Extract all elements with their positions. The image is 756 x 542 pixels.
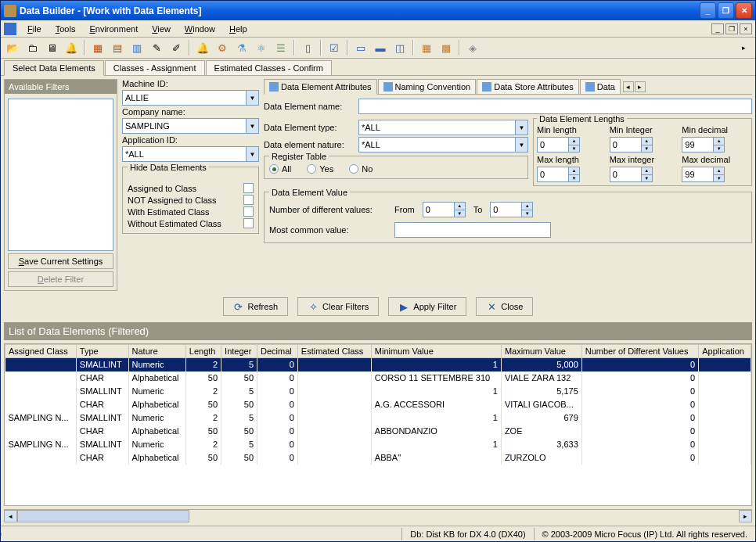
column-header[interactable]: Assigned Class: [5, 345, 77, 358]
column-header[interactable]: Application: [699, 345, 751, 358]
toolbar-chevron-icon[interactable]: ▸: [735, 39, 752, 56]
menu-file[interactable]: File: [21, 23, 48, 35]
column-header[interactable]: Decimal: [257, 345, 298, 358]
company-combo[interactable]: ▼: [122, 118, 259, 134]
tool-open-icon[interactable]: 📂: [4, 39, 21, 56]
table-row[interactable]: CHARAlphabetical50500ABBONDANZIOZOE0: [5, 425, 751, 438]
from-input[interactable]: ▲▼: [423, 202, 466, 217]
radio-all[interactable]: [269, 164, 279, 174]
column-header[interactable]: Maximum Value: [501, 345, 581, 358]
tool-bell2-icon[interactable]: 🔔: [194, 39, 211, 56]
close-button[interactable]: ✕: [736, 2, 752, 19]
scroll-thumb[interactable]: [17, 510, 189, 522]
minimize-button[interactable]: _: [700, 2, 716, 19]
table-row[interactable]: CHARAlphabetical50500CORSO 11 SETTEMBRE …: [5, 372, 751, 385]
menu-view[interactable]: View: [146, 23, 177, 35]
refresh-button[interactable]: ⟳Refresh: [223, 297, 289, 316]
chevron-down-icon[interactable]: ▼: [246, 91, 258, 105]
tool-flow3-icon[interactable]: ⚛: [253, 39, 270, 56]
tool-edit-icon[interactable]: ✎: [148, 39, 165, 56]
menu-tools[interactable]: Tools: [49, 23, 82, 35]
tool-check-icon[interactable]: ☑: [326, 39, 343, 56]
scroll-left-icon[interactable]: ◂: [4, 510, 17, 522]
table-row[interactable]: SAMPLING N...SMALLINTNumeric25016790: [5, 411, 751, 425]
mdi-minimize-button[interactable]: _: [711, 23, 724, 34]
tool-doc-icon[interactable]: ▯: [299, 39, 316, 56]
radio-no[interactable]: [349, 164, 358, 174]
to-input[interactable]: ▲▼: [490, 202, 533, 217]
max-integer-input[interactable]: ▲▼: [610, 167, 653, 182]
column-header[interactable]: Nature: [128, 345, 185, 358]
save-settings-button[interactable]: Save Current Settings: [8, 253, 113, 269]
application-id-combo[interactable]: ▼: [122, 146, 259, 162]
tool-win3-icon[interactable]: ◫: [391, 39, 409, 56]
tool-folder-icon[interactable]: 🗀: [23, 39, 41, 56]
tool-win1-icon[interactable]: ▭: [352, 39, 369, 56]
column-header[interactable]: Number of Different Values: [581, 345, 698, 358]
machine-id-combo[interactable]: ▼: [122, 90, 259, 106]
tool-bell-icon[interactable]: 🔔: [63, 39, 80, 56]
mdi-restore-button[interactable]: ❐: [725, 23, 738, 34]
tool-monitor-icon[interactable]: 🖥: [43, 39, 60, 56]
tabs-scroll-left-icon[interactable]: ◂: [623, 81, 634, 92]
tool-flow1-icon[interactable]: ⚙: [214, 39, 231, 56]
available-filters-list[interactable]: [8, 99, 113, 251]
table-row[interactable]: CHARAlphabetical50500ABBA''ZURZOLO0: [5, 451, 751, 465]
column-header[interactable]: Estimated Class: [297, 345, 371, 358]
column-header[interactable]: Minimum Value: [371, 345, 501, 358]
chevron-down-icon[interactable]: ▼: [515, 138, 527, 152]
data-grid[interactable]: Assigned ClassTypeNatureLengthIntegerDec…: [4, 343, 752, 506]
min-decimal-input[interactable]: ▲▼: [682, 137, 725, 153]
de-nature-combo[interactable]: ▼: [358, 137, 528, 153]
max-length-input[interactable]: ▲▼: [537, 167, 580, 182]
tab-naming-convention[interactable]: Naming Convention: [378, 79, 477, 94]
table-row[interactable]: SMALLINTNumeric25015,1750: [5, 385, 751, 398]
max-decimal-input[interactable]: ▲▼: [682, 167, 725, 182]
column-header[interactable]: Type: [76, 345, 128, 358]
mostcommon-input[interactable]: [394, 222, 551, 238]
close-button-form[interactable]: ✕Close: [476, 297, 533, 316]
table-row[interactable]: SAMPLING N...SMALLINTNumeric25013,6330: [5, 438, 751, 451]
tool-win2-icon[interactable]: ▬: [372, 39, 389, 56]
tabs-scroll-right-icon[interactable]: ▸: [635, 81, 646, 92]
tool-flow2-icon[interactable]: ⚗: [233, 39, 250, 56]
mdi-close-button[interactable]: ×: [740, 23, 752, 34]
machine-id-input[interactable]: [123, 91, 246, 105]
column-header[interactable]: Integer: [221, 345, 257, 358]
de-type-combo[interactable]: ▼: [358, 120, 528, 135]
menu-help[interactable]: Help: [223, 23, 254, 35]
radio-yes[interactable]: [307, 164, 316, 174]
table-row[interactable]: SMALLINTNumeric25015,0000: [5, 358, 751, 372]
tab-select-data-elements[interactable]: Select Data Elements: [4, 60, 104, 76]
company-input[interactable]: [123, 119, 246, 133]
de-type-input[interactable]: [359, 120, 515, 135]
menu-window[interactable]: Window: [178, 23, 221, 35]
apply-filter-button[interactable]: ▶Apply Filter: [388, 297, 466, 316]
min-integer-input[interactable]: ▲▼: [610, 137, 653, 153]
table-row[interactable]: CHARAlphabetical50500A.G. ACCESSORIVITAL…: [5, 398, 751, 411]
tool-form2-icon[interactable]: ▩: [437, 39, 455, 56]
tab-data[interactable]: Data: [580, 79, 621, 94]
tab-data-element-attributes[interactable]: Data Element Attributes: [264, 79, 377, 95]
application-id-input[interactable]: [123, 147, 246, 161]
horizontal-scrollbar[interactable]: ◂ ▸: [4, 509, 752, 522]
chevron-down-icon[interactable]: ▼: [515, 120, 527, 135]
tab-data-store-attributes[interactable]: Data Store Attributes: [477, 79, 579, 94]
de-nature-input[interactable]: [359, 138, 515, 152]
chevron-down-icon[interactable]: ▼: [246, 119, 258, 133]
tool-grid2-icon[interactable]: ▤: [109, 39, 126, 56]
de-name-input[interactable]: [358, 99, 752, 114]
maximize-button[interactable]: ❐: [718, 2, 734, 19]
checkbox[interactable]: [243, 195, 254, 205]
checkbox[interactable]: [243, 183, 254, 193]
tool-form-icon[interactable]: ▦: [418, 39, 435, 56]
checkbox[interactable]: [243, 206, 254, 217]
delete-filter-button[interactable]: Delete Filter: [8, 271, 113, 287]
column-header[interactable]: Length: [185, 345, 221, 358]
checkbox[interactable]: [243, 218, 254, 228]
tab-classes-assignment[interactable]: Classes - Assignment: [105, 60, 205, 75]
tool-help-icon[interactable]: ◈: [464, 39, 481, 56]
clear-filters-button[interactable]: ✧Clear Filters: [297, 297, 379, 316]
min-length-input[interactable]: ▲▼: [537, 137, 580, 153]
chevron-down-icon[interactable]: ▼: [246, 147, 258, 161]
